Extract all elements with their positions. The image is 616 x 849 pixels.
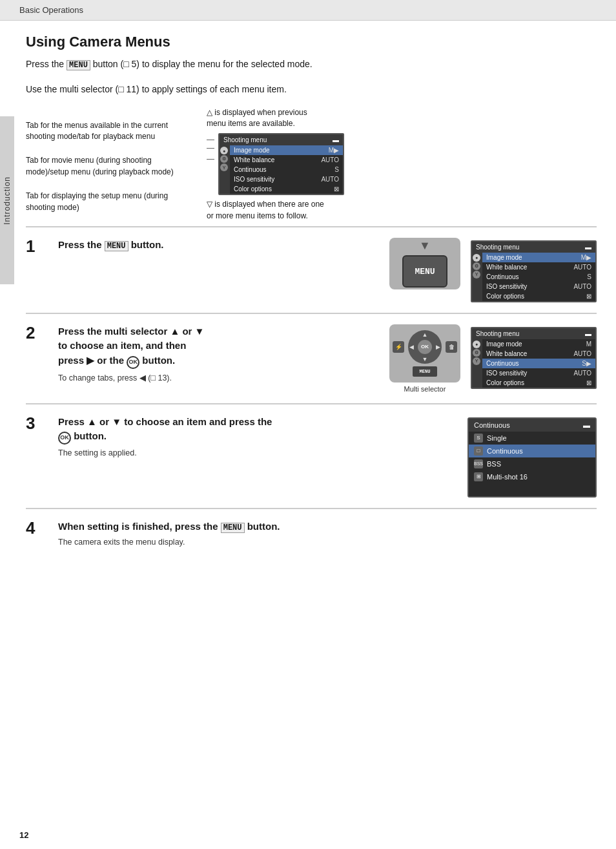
multi-selector-label: Multi selector <box>404 385 446 393</box>
step-2-note: To change tabs, press ◀ (□ 13). <box>58 373 376 383</box>
step-1-menu-label: MENU <box>105 241 128 251</box>
sel-group: ⚡ OK ▲ ▼ ◀ ▶ 🗑 <box>393 330 457 377</box>
step-2-menu-body: ● ⚙ Y Image mode M White balance AUTO <box>472 339 595 388</box>
step-4-note: The camera exits the menu display. <box>58 538 597 547</box>
step-1-menu: Shooting menu ▬ ● ⚙ Y Image mode M▶ <box>471 240 597 302</box>
main-content: Using Camera Menus Press the MENU button… <box>0 21 616 570</box>
tab-line-3 <box>207 159 217 160</box>
diagram-section: Tab for the menus available in the curre… <box>26 107 597 226</box>
sms-row-3-label: Continuous <box>234 166 332 173</box>
step-1-content: Press the MENU button. <box>58 238 376 257</box>
menu-btn-small: MENU <box>413 366 437 377</box>
diagram-label-2: Tab for movie menu (during shooting mode… <box>26 155 194 178</box>
ok-circle-icon-2: OK <box>58 432 71 445</box>
step-4-title: When setting is finished, press the MENU… <box>58 519 597 534</box>
multishot-icon: ⊞ <box>474 472 483 481</box>
sms-row-1: Image mode M▶ <box>230 145 343 155</box>
ok-circle-icon: OK <box>127 356 139 369</box>
step-3-cont-single: Single <box>487 434 507 442</box>
diagram-label-1: Tab for the menus available in the curre… <box>26 120 194 143</box>
sms-tab-1: ● <box>220 147 228 154</box>
step-4-number: 4 <box>26 519 45 536</box>
sms-row-4-val: AUTO <box>321 176 339 183</box>
diagram-menu-area: Shooting menu ▬ ● ⚙ Y Image mode M▶ <box>207 133 344 195</box>
step-2-tab-3: Y <box>473 357 480 365</box>
step-1-tab-2: ⚙ <box>473 262 480 270</box>
step-3-cont-multi: Multi-shot 16 <box>487 473 528 481</box>
diagram-right: △ is displayed when previousmenu items a… <box>194 107 344 222</box>
sel-outer-ring: OK ▲ ▼ ◀ ▶ <box>408 330 442 364</box>
sms-row-4-label: ISO sensitivity <box>234 176 318 183</box>
intro-line2: Use the multi selector (□ 11) to apply s… <box>26 82 597 96</box>
sms-row-2: White balance AUTO <box>230 155 343 165</box>
step-2-row-2: White balance AUTO <box>482 349 595 359</box>
header-bar: Basic Operations <box>0 0 616 21</box>
step-3-visual: Continuous ▬ S Single □ Continuous BSS B… <box>467 415 597 498</box>
sms-row-2-val: AUTO <box>321 156 339 163</box>
sms-body: ● ⚙ Y Image mode M▶ White balance AUT <box>220 145 343 194</box>
step-3-note: The setting is applied. <box>58 448 455 457</box>
step-2: 2 Press the multi selector ▲ or ▼ to cho… <box>26 313 597 403</box>
step-3-cont-row-1: S Single <box>469 432 595 445</box>
step-1-menu-body: ● ⚙ Y Image mode M▶ White balance AUTO <box>472 253 595 301</box>
sel-ring: OK ▲ ▼ ◀ ▶ <box>408 330 442 364</box>
tri-up-icon: △ <box>207 108 212 117</box>
step-2-content: Press the multi selector ▲ or ▼ to choos… <box>58 324 376 383</box>
step-3-number: 3 <box>26 415 45 432</box>
top-note: △ is displayed when previousmenu items a… <box>207 107 307 130</box>
step-3-cont-row-4: ⊞ Multi-shot 16 <box>469 470 595 483</box>
step-3-cont-menu: Continuous ▬ S Single □ Continuous BSS B… <box>467 417 597 498</box>
section-title: Using Camera Menus <box>26 34 597 50</box>
arrow-down-icon: ▼ <box>419 239 431 253</box>
sms-row-5-val: ⊠ <box>334 185 339 193</box>
step-1-tab-3: Y <box>473 271 480 278</box>
intro-line1: Press the MENU button (□ 5) to display t… <box>26 57 597 72</box>
bss-icon: BSS <box>474 459 483 468</box>
sel-ok-btn: OK <box>418 340 432 354</box>
step-3-cont-cont: Continuous <box>487 447 523 455</box>
tri-down-icon: ▽ <box>207 200 212 209</box>
multi-selector-graphic: ⚡ OK ▲ ▼ ◀ ▶ 🗑 <box>389 324 460 383</box>
step-1-row-5: Color options ⊠ <box>482 291 595 301</box>
step-3-title: Press ▲ or ▼ to choose an item and press… <box>58 415 455 445</box>
bottom-note: ▽ is displayed when there are oneor more… <box>207 199 324 222</box>
ref-13: □ 13 <box>150 373 167 383</box>
sel-down-arrow: ▼ <box>422 356 428 362</box>
step-1-menu-title: Shooting menu ▬ <box>472 242 595 253</box>
sms-row-4: ISO sensitivity AUTO <box>230 174 343 184</box>
sms-row-1-label: Image mode <box>234 147 326 154</box>
step-1-visual: ▼ MENU Shooting menu ▬ ● ⚙ Y <box>389 238 597 302</box>
step-1-title: Press the MENU button. <box>58 238 376 253</box>
sel-bottom-row: MENU <box>413 366 437 377</box>
sms-row-2-label: White balance <box>234 156 318 163</box>
sel-left-arrow: ◀ <box>409 344 414 350</box>
step-2-tabs: ● ⚙ Y <box>472 339 482 388</box>
tab-line-2 <box>207 148 217 149</box>
side-tab: Introduction <box>0 116 14 284</box>
step-2-visual: ⚡ OK ▲ ▼ ◀ ▶ 🗑 <box>389 324 597 393</box>
step-1-tabs: ● ⚙ Y <box>472 253 482 301</box>
sms-row-5: Color options ⊠ <box>230 184 343 194</box>
tab-lines <box>207 133 217 160</box>
continuous-icon: □ <box>474 446 483 456</box>
step-3-cont-row-3: BSS BSS <box>469 457 595 470</box>
step-2-row-3: Continuous S▶ <box>482 359 595 368</box>
step-2-number: 2 <box>26 324 45 341</box>
step-1-row-1: Image mode M▶ <box>482 253 595 262</box>
step-1-tab-1: ● <box>473 254 480 262</box>
page-number: 12 <box>19 830 28 840</box>
step-1-number: 1 <box>26 238 45 255</box>
step-2-selector-area: ⚡ OK ▲ ▼ ◀ ▶ 🗑 <box>389 324 460 393</box>
step-1-button-area: ▼ MENU <box>389 238 460 289</box>
step-3-cont-title-text: Continuous <box>474 421 510 429</box>
flash-icon: ⚡ <box>393 341 404 353</box>
delete-icon: 🗑 <box>446 341 457 353</box>
step-1-menu-title-text: Shooting menu <box>476 244 519 251</box>
sms-title-text: Shooting menu <box>223 136 267 143</box>
sms-tab-2: ⚙ <box>220 155 228 163</box>
sms-rows: Image mode M▶ White balance AUTO Continu… <box>230 145 343 194</box>
sms-row-3: Continuous S <box>230 165 343 174</box>
step-4-menu-label: MENU <box>221 523 245 533</box>
sms-tabs: ● ⚙ Y <box>220 145 230 194</box>
step-4-content: When setting is finished, press the MENU… <box>58 519 597 547</box>
